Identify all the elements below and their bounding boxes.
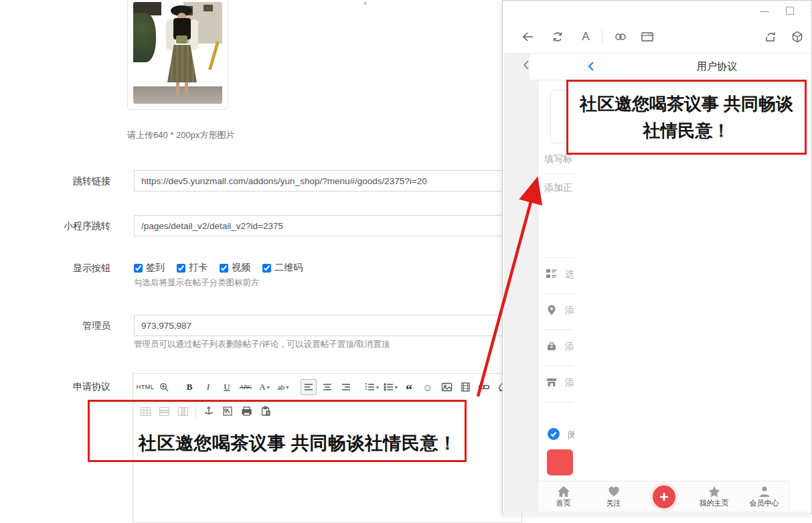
ordered-list-button[interactable]: ▾: [363, 379, 380, 395]
row-label-store[interactable]: 添: [565, 377, 574, 389]
insert-image-button[interactable]: [438, 379, 455, 395]
divider: [544, 257, 574, 258]
checkbox-signin[interactable]: 签到: [134, 262, 165, 274]
checkbox-signin-label: 签到: [146, 262, 165, 274]
checkbox-video-label: 视频: [232, 262, 250, 274]
tab-home-label: 首页: [556, 498, 571, 508]
browser-window-icon[interactable]: [639, 29, 655, 45]
field-label-miniprogram: 小程序跳转: [40, 220, 110, 232]
checkbox-qrcode-label: 二维码: [274, 262, 303, 274]
jump-link-input[interactable]: [134, 170, 522, 192]
field-label-admin: 管理员: [40, 320, 110, 332]
row-label-location[interactable]: 添: [565, 305, 574, 317]
align-right-button[interactable]: [338, 379, 354, 395]
callout-text: 社区邀您喝茶议事 共同畅谈社情民意！: [572, 90, 801, 144]
link-icon[interactable]: [613, 29, 629, 45]
tab-home[interactable]: 首页: [538, 481, 588, 512]
checkbox-qrcode[interactable]: 二维码: [262, 262, 303, 274]
store-icon[interactable]: [546, 376, 558, 388]
insert-link-button[interactable]: [476, 379, 492, 395]
checkbox-video[interactable]: 视频: [220, 262, 250, 274]
title-input-placeholder[interactable]: 填写标: [544, 153, 574, 165]
miniprogram-input[interactable]: [134, 215, 522, 236]
window-maximize-button[interactable]: [780, 1, 800, 21]
preview-toolbar: A: [503, 21, 811, 54]
font-color-button[interactable]: A▾: [256, 379, 272, 395]
goods-icon[interactable]: [546, 340, 558, 352]
align-center-button[interactable]: [319, 379, 335, 395]
bold-button[interactable]: B: [181, 379, 197, 395]
highlight-color-button[interactable]: ab▾: [275, 379, 291, 395]
devtools-back-icon[interactable]: [521, 60, 532, 70]
star-icon: [708, 485, 721, 498]
uploaded-photo: [133, 2, 222, 104]
page-back-icon[interactable]: [586, 61, 597, 72]
row-label-category[interactable]: 选: [565, 269, 574, 281]
location-icon[interactable]: [546, 304, 558, 316]
window-minimize-button[interactable]: —: [754, 1, 775, 21]
insert-video-button[interactable]: [457, 379, 473, 395]
tab-my-homepage-label: 我的主页: [700, 498, 729, 508]
home-icon: [556, 485, 571, 498]
heart-icon: [607, 485, 621, 498]
divider: [544, 402, 574, 402]
agree-check-icon[interactable]: [548, 428, 560, 440]
annotation-box-editor: [88, 400, 467, 462]
checkbox-checkin-label: 打卡: [189, 262, 208, 274]
checkbox-checkin-box[interactable]: [177, 264, 185, 273]
window-titlebar[interactable]: — ✕: [503, 1, 811, 21]
tab-member-center[interactable]: 会员中心: [739, 481, 789, 512]
html-source-button[interactable]: HTML: [137, 379, 153, 395]
preview-window: — ✕ A 用户协议 填写标 添加正 选 添: [502, 0, 812, 514]
required-asterisk: *: [363, 0, 367, 10]
window-close-button[interactable]: ✕: [804, 1, 812, 21]
tab-member-center-label: 会员中心: [750, 498, 779, 508]
checkbox-video-box[interactable]: [220, 264, 228, 273]
emoji-button[interactable]: ☺: [420, 379, 436, 395]
divider: [544, 173, 574, 174]
divider: [544, 329, 574, 330]
back-icon[interactable]: [520, 29, 536, 45]
category-icon[interactable]: [546, 268, 558, 280]
upload-image-card[interactable]: [127, 0, 228, 110]
page-title: 用户协议: [697, 60, 737, 73]
font-color-glyph: A: [259, 382, 265, 392]
blockquote-button[interactable]: “: [401, 376, 417, 398]
divider: [544, 366, 574, 366]
refresh-icon[interactable]: [550, 29, 566, 45]
divider: [544, 293, 574, 294]
show-buttons-checkbox-group: 签到 打卡 视频 二维码: [134, 262, 303, 274]
row-label-goods[interactable]: 添: [565, 341, 574, 353]
show-buttons-help: 勾选后将显示在帖子分类图标前方: [134, 277, 260, 289]
unordered-list-button[interactable]: ▾: [382, 379, 398, 395]
checkbox-checkin[interactable]: 打卡: [177, 262, 208, 274]
checkbox-qrcode-box[interactable]: [262, 264, 271, 273]
field-label-jump-link: 跳转链接: [40, 175, 110, 188]
toolbar-divider: [602, 30, 602, 44]
publish-button[interactable]: [547, 449, 573, 475]
checkbox-signin-box[interactable]: [134, 264, 143, 273]
phone-navbar: 用户协议: [530, 54, 811, 80]
admin-input[interactable]: [134, 315, 522, 336]
tab-post[interactable]: [639, 481, 689, 512]
italic-button[interactable]: I: [200, 379, 216, 395]
person-icon: [758, 485, 771, 498]
strikethrough-button[interactable]: ABC: [238, 379, 254, 395]
admin-help: 管理员可以通过帖子列表删除帖子/评论，可以设置帖子置顶/取消置顶: [134, 339, 390, 350]
underline-button[interactable]: U: [219, 379, 235, 395]
screenshot-canvas: * 请上传640 * 200px方形图片 跳转链接 小程序跳转 显示按钮 签到 …: [0, 0, 812, 523]
phone-tabbar: 首页 关注 我的主页 会员中心: [538, 481, 790, 512]
preview-icon[interactable]: [156, 379, 172, 395]
tab-follow[interactable]: 关注: [588, 481, 639, 512]
package-icon[interactable]: [789, 29, 805, 45]
tab-my-homepage[interactable]: 我的主页: [689, 481, 739, 512]
content-input-placeholder[interactable]: 添加正: [544, 182, 574, 194]
editor-toolbar-row1: HTML B I U ABC A▾ ab▾ ▾ ▾ “ ☺: [133, 374, 521, 400]
share-icon[interactable]: [762, 29, 779, 45]
annotation-callout: 社区邀您喝茶议事 共同畅谈社情民意！: [566, 80, 807, 155]
align-left-button[interactable]: [301, 379, 317, 395]
field-label-agreement: 申请协议: [40, 381, 110, 393]
font-size-icon[interactable]: A: [578, 29, 594, 45]
field-label-show-buttons: 显示按钮: [40, 263, 110, 275]
plus-icon[interactable]: [653, 485, 675, 508]
